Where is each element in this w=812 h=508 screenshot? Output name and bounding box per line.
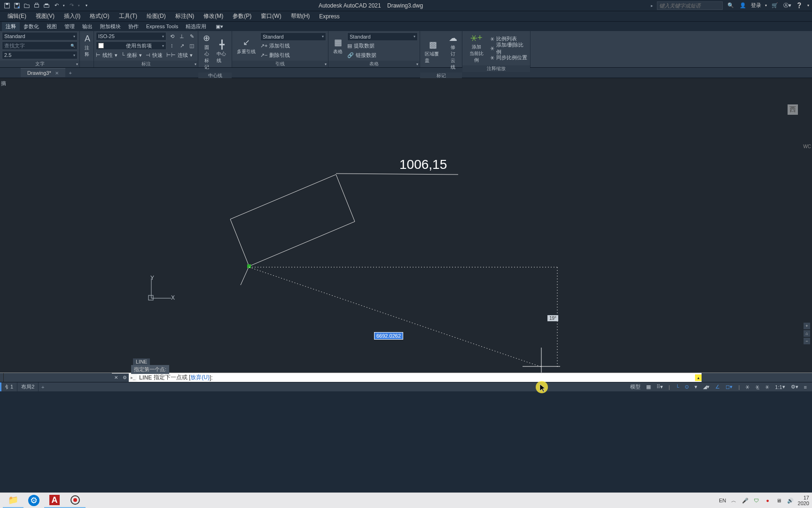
search-icon[interactable]: 🔍 [726, 1, 735, 10]
tab-collab[interactable]: 协作 [125, 22, 142, 31]
menu-window[interactable]: 窗口(W) [256, 11, 286, 22]
undo-dropdown-icon[interactable]: ▾ [62, 1, 66, 10]
dim-break-icon[interactable]: ⊥ [178, 32, 186, 40]
file-explorer-icon[interactable]: 📁 [3, 493, 23, 508]
menu-help[interactable]: 帮助(H) [286, 11, 315, 22]
del-leader-button[interactable]: ↗−删除引线 [260, 51, 326, 60]
save-icon[interactable] [3, 1, 11, 10]
menu-express[interactable]: Express [314, 12, 344, 21]
cmdline-recent-icon[interactable]: ▸_ [129, 373, 137, 382]
plot-icon[interactable] [32, 1, 41, 10]
tray-record-icon[interactable]: ● [764, 497, 772, 504]
tray-shield-icon[interactable]: 🛡 [753, 497, 760, 504]
redo-dropdown-icon[interactable]: ▾ [77, 1, 81, 10]
text-style-dropdown[interactable]: Standard▾ [2, 32, 78, 40]
cmdline-grip[interactable] [0, 373, 4, 382]
center-mark-button[interactable]: ⊕圆心 标记 [200, 32, 213, 71]
grid-icon[interactable]: ▦ [644, 383, 653, 391]
sync-scale-button[interactable]: ⚹同步比例位置 [490, 54, 528, 62]
drawing-canvas[interactable]: 摘 Y X 1006,15 6692.0262 19° LINE 指定第一个点:… [0, 78, 812, 373]
new-tab-button[interactable]: + [66, 69, 75, 77]
isodraft-icon[interactable]: ◢▾ [701, 383, 712, 391]
dim-update-icon[interactable]: ⟲ [168, 32, 176, 40]
anno-auto-icon[interactable]: ⚹̲ [753, 383, 762, 391]
nav-plus-icon[interactable]: + [804, 323, 810, 329]
model-space-button[interactable]: 模型 [628, 382, 643, 391]
tab-express[interactable]: Express Tools [142, 23, 182, 30]
panel-table-title[interactable]: 表格▾ [328, 61, 420, 67]
qat-more-icon[interactable]: ▾ [82, 1, 91, 10]
tray-display-icon[interactable]: 🖥 [775, 497, 783, 504]
workspace-icon[interactable]: ⚙▾ [789, 383, 801, 391]
help-search-input[interactable] [657, 1, 723, 10]
table-style-dropdown[interactable]: Standard▾ [347, 32, 418, 41]
login-label[interactable]: 登录 [751, 2, 761, 9]
settings-app-icon[interactable]: ⚙ [23, 493, 44, 508]
dim-tol-icon[interactable]: ✎ [187, 32, 196, 40]
dim-jog-icon[interactable]: ↗ [178, 41, 186, 50]
recorder-app-icon[interactable] [65, 493, 86, 508]
extract-data-button[interactable]: ▤提取数据 [347, 42, 418, 50]
osnap-icon[interactable]: ◻▾ [723, 383, 735, 391]
mtext-button[interactable]: A注释 [82, 33, 93, 59]
redo-icon[interactable]: ↷ [67, 1, 76, 10]
close-icon[interactable]: ✕ [55, 71, 59, 76]
menu-param[interactable]: 参数(P) [228, 11, 256, 22]
mleader-style-dropdown[interactable]: Standard▾ [260, 32, 326, 41]
layout-tab-2[interactable]: 布局2 [17, 382, 39, 391]
dim-style-dropdown[interactable]: ISO-25▾ [96, 32, 166, 40]
menu-draw[interactable]: 绘图(D) [142, 11, 171, 22]
dim-inspect-icon[interactable]: ◫ [187, 41, 196, 50]
customize-icon[interactable]: ≡ [802, 383, 809, 391]
text-height-dropdown[interactable]: 2.5▾ [2, 51, 78, 59]
viewcube-wcs-label[interactable]: WC [803, 144, 811, 149]
dynamic-length-input[interactable]: 6692.0262 [374, 332, 403, 340]
dim-adjust-icon[interactable]: ⫶ [168, 41, 176, 50]
polar-icon[interactable]: ⊙ [682, 383, 691, 391]
cmd-option[interactable]: 放弃(U) [190, 373, 210, 381]
layout-tab-1[interactable]: 钅1 [0, 382, 17, 391]
anno-scale-icon[interactable]: ⚹ [763, 383, 772, 391]
autocad-app-icon[interactable]: A [44, 493, 65, 508]
open-icon[interactable] [23, 1, 31, 10]
dim-quick-button[interactable]: ⊣快速 [146, 51, 163, 59]
user-icon[interactable]: 👤 [739, 1, 747, 10]
tab-output[interactable]: 输出 [78, 22, 96, 31]
link-data-button[interactable]: 🔗链接数据 [347, 51, 418, 60]
find-text-input[interactable]: 查找文字🔍 [2, 41, 78, 50]
tray-volume-icon[interactable]: 🔊 [787, 497, 794, 504]
menu-dim[interactable]: 标注(N) [171, 11, 199, 22]
menu-tools[interactable]: 工具(T) [114, 11, 142, 22]
login-dropdown-icon[interactable]: ▾ [765, 3, 767, 8]
wipeout-button[interactable]: ▩区域覆盖 [422, 39, 444, 65]
tray-mic-icon[interactable]: 🎤 [742, 497, 749, 504]
anno-vis-icon[interactable]: ⚹ [743, 383, 752, 391]
caret-right-icon[interactable]: ▸ [651, 3, 653, 8]
tab-annotate[interactable]: 注释 [2, 22, 20, 31]
dim-continue-button[interactable]: ⊢⊢连续▾ [166, 51, 193, 59]
panel-dim-title[interactable]: 标注▾ [94, 61, 198, 67]
tray-chevron-icon[interactable]: ︿ [730, 497, 738, 504]
panel-text-title[interactable]: 文字▾ [0, 61, 79, 67]
command-input[interactable]: LINE 指定下一点或 [放弃(U)]: [137, 373, 695, 381]
polar-dropdown-icon[interactable]: ▾ [692, 383, 700, 391]
saveas-icon[interactable] [13, 1, 21, 10]
cmdline-config-icon[interactable]: ⚙ [120, 373, 129, 382]
center-line-button[interactable]: ╋中心线 [214, 39, 230, 65]
menu-format[interactable]: 格式(O) [85, 11, 114, 22]
menu-modify[interactable]: 修改(M) [199, 11, 228, 22]
cmdline-close-icon[interactable]: ✕ [112, 373, 120, 382]
add-del-scale-button[interactable]: ⚹添加/删除比例 [490, 44, 528, 53]
help-icon[interactable]: ❔ [795, 1, 804, 10]
viewcube-face[interactable]: 西 [788, 104, 798, 115]
tab-featured[interactable]: 精选应用 [182, 22, 210, 31]
ortho-icon[interactable]: └ [673, 383, 682, 391]
cmdline-history-icon[interactable]: ▴ [695, 374, 702, 381]
undo-icon[interactable]: ↶ [52, 1, 61, 10]
revcloud-button[interactable]: ☁修订 云线 [446, 32, 460, 71]
doc-tab-drawing3[interactable]: Drawing3* ✕ [21, 68, 65, 77]
tab-parametric[interactable]: 参数化 [20, 22, 43, 31]
dim-linear-button[interactable]: ⊢线性▾ [96, 51, 117, 59]
tab-manage[interactable]: 管理 [61, 22, 78, 31]
tray-clock[interactable]: 17 2020 [798, 495, 809, 506]
